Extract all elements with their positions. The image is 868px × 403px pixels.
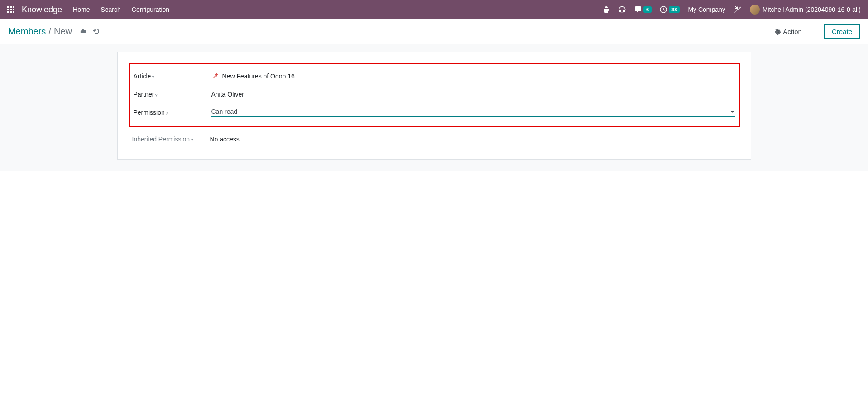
help-icon[interactable]: ?: [155, 93, 157, 97]
cloud-save-icon[interactable]: [79, 26, 86, 37]
company-switcher[interactable]: My Company: [688, 6, 725, 13]
main-navbar: Knowledge Home Search Configuration 6 38…: [0, 0, 868, 19]
article-label: Article ?: [134, 73, 211, 80]
breadcrumb: Members / New: [8, 26, 100, 37]
apps-menu-icon[interactable]: [7, 6, 14, 13]
pushpin-icon: [211, 72, 219, 81]
content-area: Article ? New Features of Odoo 16 Partne…: [0, 44, 868, 171]
breadcrumb-current: New: [54, 26, 72, 37]
systray: 6 38 My Company Mitchell Admin (20204090…: [603, 5, 861, 15]
messages-icon[interactable]: 6: [634, 6, 652, 13]
control-panel-buttons: Action Create: [775, 24, 860, 39]
create-button[interactable]: Create: [824, 24, 860, 39]
action-label: Action: [783, 28, 802, 35]
partner-label: Partner ?: [134, 91, 211, 98]
field-partner: Partner ? Anita Oliver: [134, 85, 735, 103]
control-panel: Members / New Action Create: [0, 19, 868, 44]
highlighted-fields: Article ? New Features of Odoo 16 Partne…: [129, 63, 740, 127]
breadcrumb-root[interactable]: Members: [8, 26, 46, 37]
activities-icon[interactable]: 38: [660, 6, 680, 13]
inherited-permission-label: Inherited Permission ?: [132, 136, 210, 143]
app-name[interactable]: Knowledge: [22, 5, 62, 15]
help-icon[interactable]: ?: [166, 111, 168, 116]
nav-home[interactable]: Home: [73, 6, 90, 13]
permission-label: Permission ?: [134, 109, 211, 116]
discard-icon[interactable]: [93, 26, 100, 37]
chevron-down-icon: [730, 111, 735, 113]
help-icon[interactable]: ?: [191, 138, 193, 142]
user-name: Mitchell Admin (20204090-16-0-all): [762, 6, 861, 13]
debug-icon[interactable]: [734, 5, 742, 14]
field-permission: Permission ? Can read: [134, 103, 735, 121]
permission-select[interactable]: Can read: [211, 108, 735, 117]
nav-configuration[interactable]: Configuration: [132, 6, 169, 13]
support-icon[interactable]: [618, 5, 626, 14]
bug-icon[interactable]: [603, 6, 610, 13]
nav-search[interactable]: Search: [101, 6, 120, 13]
partner-value[interactable]: Anita Oliver: [211, 91, 735, 98]
help-icon[interactable]: ?: [152, 75, 154, 79]
messages-badge: 6: [643, 6, 652, 13]
activities-badge: 38: [669, 6, 680, 13]
field-article: Article ? New Features of Odoo 16: [134, 67, 735, 85]
breadcrumb-separator: /: [48, 26, 51, 37]
inherited-permission-value: No access: [210, 136, 740, 143]
action-dropdown[interactable]: Action: [775, 28, 802, 35]
user-menu[interactable]: Mitchell Admin (20204090-16-0-all): [750, 5, 861, 15]
avatar: [750, 5, 760, 15]
article-value[interactable]: New Features of Odoo 16: [211, 72, 735, 81]
form-sheet: Article ? New Features of Odoo 16 Partne…: [117, 52, 751, 160]
nav-menu: Home Search Configuration: [73, 6, 169, 13]
separator: [813, 25, 813, 38]
field-inherited-permission: Inherited Permission ? No access: [129, 130, 740, 148]
